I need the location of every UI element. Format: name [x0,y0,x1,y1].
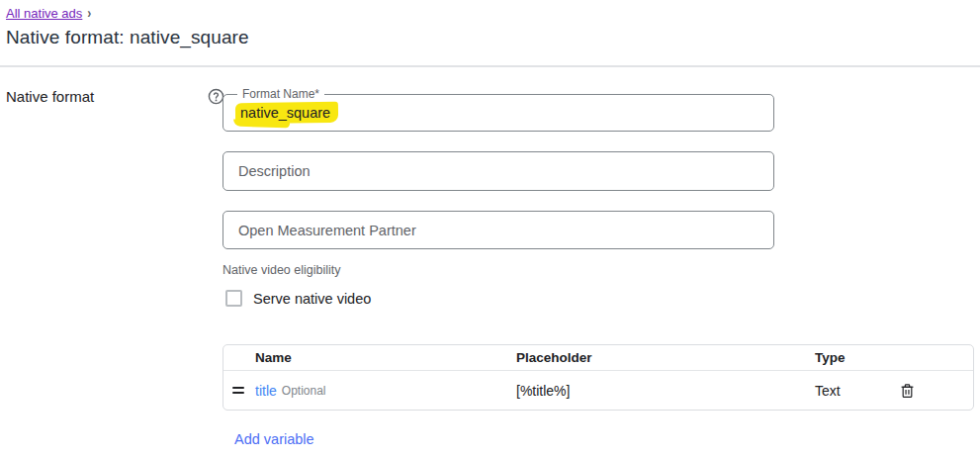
format-name-label: Format Name* [237,87,324,102]
chevron-right-icon: › [87,3,91,23]
section-label: Native format [6,88,94,105]
variable-optional-badge: Optional [282,384,326,398]
section-label-row: Native format [6,88,224,105]
format-name-field[interactable]: Format Name* native_square [223,94,774,132]
variables-table: Name Placeholder Type title Optional [%t… [223,344,974,411]
variable-placeholder-value: [%title%] [516,383,815,399]
variable-type-value: Text [815,383,882,399]
format-name-value: native_square [235,103,338,124]
delete-variable-button[interactable] [898,382,916,400]
column-header-name: Name [223,350,516,365]
page-title: Native format: native_square [6,27,980,48]
drag-handle-icon[interactable] [232,387,244,394]
column-header-type: Type [815,350,882,365]
native-video-eligibility-label: Native video eligibility [223,263,776,277]
column-header-placeholder: Placeholder [516,350,815,365]
breadcrumb-link-all-native-ads[interactable]: All native ads [6,5,82,22]
format-form: Format Name* native_square Description O… [223,67,776,307]
variable-name-link[interactable]: title [255,383,277,399]
page-header: All native ads › Native format: native_s… [0,0,980,48]
description-placeholder: Description [238,163,311,179]
table-row: title Optional [%title%] Text [223,371,973,410]
variables-table-header: Name Placeholder Type [223,345,973,371]
serve-native-video-checkbox[interactable] [225,290,242,307]
description-field[interactable]: Description [223,151,774,191]
highlight-annotation: native_square [235,103,338,124]
open-measurement-partner-placeholder: Open Measurement Partner [238,223,416,238]
serve-native-video-row: Serve native video [223,290,776,307]
breadcrumb: All native ads › [6,5,980,22]
add-variable-button[interactable]: Add variable [234,431,314,447]
serve-native-video-label: Serve native video [253,291,371,307]
open-measurement-partner-field[interactable]: Open Measurement Partner [223,211,774,249]
